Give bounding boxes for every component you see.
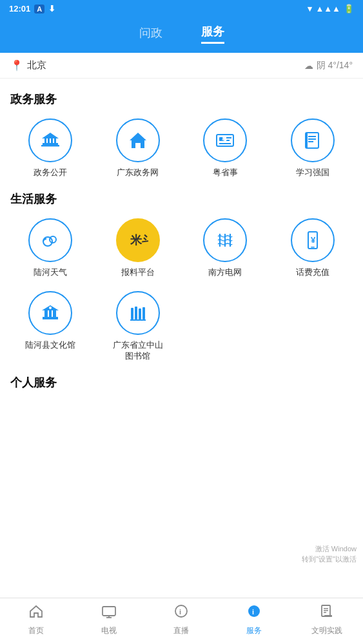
item-xuexiqiangguo[interactable]: 学习强国 — [271, 118, 354, 178]
nav-wenming-icon — [319, 603, 335, 623]
luhetianqi-icon — [28, 218, 72, 262]
yueshengshi-icon: 粤 — [203, 118, 247, 162]
svg-text:粤: 粤 — [222, 137, 227, 142]
item-luhewenhuaguan[interactable]: 陆河县文化馆 — [9, 291, 92, 362]
nav-shouye-label: 首页 — [28, 625, 44, 636]
svg-rect-29 — [311, 247, 315, 248]
download-icon: ⬇ — [48, 4, 55, 14]
section-title-shenghuo: 生活服务 — [10, 191, 353, 207]
bottom-nav: 首页 电视 i 直播 i 服务 — [0, 598, 363, 644]
signal-icon: ▲▲▲ — [315, 4, 340, 14]
svg-point-35 — [49, 307, 52, 309]
item-guangdongzhengwu[interactable]: 广东政务网 — [97, 118, 179, 178]
nav-shouye[interactable]: 首页 — [17, 603, 55, 636]
svg-rect-37 — [135, 307, 137, 319]
yueshengshi-label: 粤省事 — [213, 167, 238, 178]
svg-text:米斗: 米斗 — [130, 234, 148, 247]
nav-dianshi[interactable]: 电视 — [90, 603, 128, 636]
tab-wenzheng[interactable]: 问政 — [139, 25, 162, 43]
svg-rect-17 — [308, 136, 316, 137]
location-bar: 📍 北京 ☁ 阴 4°/14° — [0, 53, 363, 79]
baoliaoplatform-icon: 米斗 — [116, 218, 160, 262]
wifi-icon: ▾ — [308, 4, 312, 14]
section-geren: 个人服务 — [6, 375, 357, 390]
nanfangdianwang-icon — [203, 218, 247, 262]
svg-rect-30 — [43, 317, 58, 319]
xuexiqiangguo-label: 学习强国 — [296, 167, 329, 178]
svg-rect-32 — [49, 310, 52, 317]
huafeichongzhi-label: 话费充值 — [296, 267, 329, 278]
status-bar: 12:01 A ⬇ ▾ ▲▲▲ 🔋 — [0, 0, 363, 17]
section-title-geren: 个人服务 — [10, 375, 353, 390]
location-icon: 📍 — [10, 59, 23, 71]
tab-fuwu[interactable]: 服务 — [201, 24, 224, 44]
nanfangdianwang-label: 南方电网 — [208, 267, 242, 278]
zhengwugongkai-label: 政务公开 — [34, 167, 67, 178]
nav-zhibo-label: 直播 — [173, 625, 189, 636]
svg-point-22 — [50, 236, 56, 243]
item-baoliaoplatform[interactable]: 米斗 报料平台 — [97, 218, 179, 278]
svg-text:¥: ¥ — [311, 235, 316, 245]
svg-rect-1 — [43, 143, 58, 145]
windows-watermark: 激活 Window 转到"设置"以激活 — [302, 544, 357, 564]
svg-rect-33 — [53, 310, 56, 317]
xuexiqiangguo-icon — [291, 118, 335, 162]
svg-rect-19 — [308, 141, 313, 142]
location-left: 📍 北京 — [10, 59, 46, 71]
nav-dianshi-label: 电视 — [101, 625, 117, 636]
main-content: 政务服务 政务公开 — [0, 79, 363, 598]
status-right: ▾ ▲▲▲ 🔋 — [308, 4, 354, 14]
zhengwugongkai-icon — [28, 118, 72, 162]
item-zhongshanlib[interactable]: 广东省立中山 图书馆 — [97, 291, 179, 362]
svg-rect-39 — [142, 307, 145, 319]
a-icon: A — [34, 5, 44, 14]
weather-info: ☁ 阴 4°/14° — [304, 60, 353, 71]
watermark-line1: 激活 Window — [302, 544, 357, 554]
svg-rect-52 — [324, 615, 332, 617]
section-shenghuo: 生活服务 陆河天气 米斗 — [6, 191, 357, 362]
nav-zhibo-icon: i — [173, 603, 189, 623]
nav-wenming-label: 文明实践 — [311, 625, 342, 636]
guangdongzhengwu-label: 广东政务网 — [117, 167, 159, 178]
nav-fuwu[interactable]: i 服务 — [235, 603, 273, 636]
svg-rect-9 — [135, 143, 141, 148]
item-luhetianqi[interactable]: 陆河天气 — [9, 218, 92, 278]
nav-wenming[interactable]: 文明实践 — [308, 603, 346, 636]
item-nanfangdienwang[interactable]: 南方电网 — [184, 218, 267, 278]
svg-rect-41 — [103, 607, 115, 616]
battery-icon: 🔋 — [344, 4, 354, 14]
guangdongzhengwu-icon — [116, 118, 160, 162]
svg-rect-5 — [54, 138, 56, 143]
zhongshanlib-icon — [116, 291, 160, 335]
zhengwu-grid: 政务公开 广东政务网 — [6, 118, 357, 178]
luhewenhuaguan-label: 陆河县文化馆 — [25, 340, 75, 351]
svg-rect-20 — [306, 133, 308, 148]
svg-marker-6 — [42, 133, 59, 138]
svg-rect-4 — [51, 138, 53, 143]
nav-dianshi-icon — [101, 603, 117, 623]
svg-rect-36 — [131, 308, 133, 319]
nav-shouye-icon — [28, 603, 44, 623]
nav-fuwu-icon: i — [246, 603, 262, 623]
svg-rect-31 — [44, 310, 48, 317]
svg-rect-3 — [48, 138, 50, 143]
item-zhengwugongkai[interactable]: 政务公开 — [9, 118, 92, 178]
svg-rect-18 — [308, 138, 316, 140]
svg-rect-38 — [139, 308, 141, 319]
nav-zhibo[interactable]: i 直播 — [162, 603, 201, 636]
section-title-zhengwu: 政务服务 — [10, 91, 353, 107]
luhetianqi-label: 陆河天气 — [34, 267, 67, 278]
svg-rect-2 — [44, 138, 46, 143]
svg-rect-14 — [219, 143, 231, 144]
status-left: 12:01 A ⬇ — [9, 4, 55, 14]
status-time: 12:01 — [9, 4, 30, 14]
svg-rect-7 — [41, 145, 59, 147]
item-huafeichongzhi[interactable]: ¥ 话费充值 — [271, 218, 354, 278]
watermark-line2: 转到"设置"以激活 — [302, 554, 357, 564]
shenghuo-grid: 陆河天气 米斗 报料平台 — [6, 218, 357, 362]
luhewenhuaguan-icon — [28, 291, 72, 335]
zhongshanlib-label: 广东省立中山 图书馆 — [113, 340, 163, 362]
svg-rect-40 — [130, 319, 146, 321]
item-yueshengshi[interactable]: 粤 粤省事 — [184, 118, 267, 178]
svg-text:i: i — [252, 608, 254, 616]
